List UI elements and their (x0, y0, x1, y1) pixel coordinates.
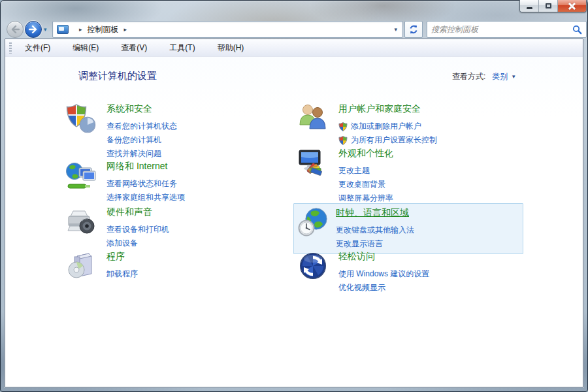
breadcrumb-item[interactable]: 控制面板 (88, 24, 119, 35)
category-title[interactable]: 硬件和声音 (106, 206, 169, 218)
maximize-icon (546, 3, 551, 8)
category-appearance-personalization: 外观和个性化 更改主题 更改桌面背景 调整屏幕分辨率 (297, 147, 393, 205)
history-dropdown-arrow[interactable]: ▾ (44, 26, 47, 33)
search-icon[interactable] (572, 25, 582, 35)
category-title[interactable]: 轻松访问 (338, 251, 429, 263)
uac-shield-icon (338, 136, 348, 145)
menu-tools[interactable]: 工具(T) (163, 40, 201, 56)
category-link[interactable]: 查看网络状态和任务 (106, 177, 185, 191)
minimize-button[interactable] (520, 0, 539, 12)
close-icon (568, 3, 576, 10)
security-shield-icon (65, 103, 97, 134)
chevron-down-icon[interactable]: ▼ (511, 74, 516, 80)
category-link[interactable]: 添加或删除用户帐户 (338, 120, 437, 133)
search-input[interactable] (431, 25, 572, 34)
category-title[interactable]: 网络和 Internet (106, 161, 185, 172)
category-programs: 程序 卸载程序 (65, 250, 138, 282)
category-title[interactable]: 时钟、语言和区域 (336, 207, 414, 219)
view-by-control: 查看方式: 类别 ▼ (452, 71, 516, 82)
window-caption-buttons (519, 0, 587, 12)
category-link[interactable]: 添加设备 (106, 237, 169, 250)
category-hardware-sound: 硬件和声音 查看设备和打印机 添加设备 (65, 206, 169, 250)
view-by-value[interactable]: 类别 (492, 71, 508, 82)
category-system-security: 系统和安全 查看您的计算机状态 备份您的计算机 查找并解决问题 (65, 103, 177, 161)
globe-clock-icon (298, 206, 329, 238)
category-link[interactable]: 查看设备和打印机 (106, 223, 169, 237)
category-link[interactable]: 为所有用户设置家长控制 (338, 133, 437, 147)
view-by-label: 查看方式: (452, 71, 485, 82)
category-clock-language-region[interactable]: 时钟、语言和区域 更改键盘或其他输入法 更改显示语言 (293, 203, 523, 254)
menu-file[interactable]: 文件(F) (18, 40, 57, 56)
category-ease-of-access: 轻松访问 使用 Windows 建议的设置 优化视频显示 (297, 250, 429, 295)
category-link[interactable]: 查找并解决问题 (106, 147, 177, 161)
breadcrumb-arrow-icon[interactable]: ▸ (119, 26, 133, 33)
category-title[interactable]: 用户帐户和家庭安全 (338, 103, 437, 115)
program-box-cd-icon (65, 250, 97, 282)
address-dropdown-arrow[interactable]: ▾ (393, 26, 399, 33)
control-panel-window: ▾ ▸ 控制面板 ▸ ▾ 文件(F) (0, 0, 588, 392)
category-network-internet: 网络和 Internet 查看网络状态和任务 选择家庭组和共享选项 (65, 160, 185, 204)
category-title[interactable]: 程序 (106, 251, 138, 263)
navigation-bar: ▾ ▸ 控制面板 ▸ ▾ (5, 20, 583, 39)
menu-help[interactable]: 帮助(H) (211, 40, 251, 56)
menu-view[interactable]: 查看(V) (114, 40, 154, 56)
maximize-button[interactable] (539, 0, 558, 12)
category-link[interactable]: 备份您的计算机 (106, 133, 177, 147)
category-link[interactable]: 选择家庭组和共享选项 (106, 191, 185, 204)
category-link[interactable]: 更改桌面背景 (338, 178, 393, 191)
control-panel-icon[interactable] (57, 25, 69, 34)
category-link-label: 添加或删除用户帐户 (351, 120, 421, 133)
category-link[interactable]: 更改键盘或其他输入法 (336, 223, 414, 237)
minimize-icon (527, 7, 532, 9)
category-link[interactable]: 使用 Windows 建议的设置 (338, 267, 429, 281)
page-title: 调整计算机的设置 (78, 70, 157, 82)
category-link[interactable]: 查看您的计算机状态 (106, 120, 177, 133)
display-theme-icon (297, 147, 329, 178)
category-user-accounts: 用户帐户和家庭安全 添加或删除 (297, 103, 437, 147)
address-bar[interactable]: ▸ 控制面板 ▸ ▾ (52, 21, 403, 38)
menu-bar: 文件(F) 编辑(E) 查看(V) 工具(T) 帮助(H) (5, 39, 583, 57)
category-link[interactable]: 更改主题 (338, 164, 393, 178)
two-users-icon (297, 103, 329, 134)
breadcrumb-arrow-icon[interactable]: ▸ (74, 26, 88, 33)
category-title[interactable]: 系统和安全 (106, 103, 177, 115)
category-title[interactable]: 外观和个性化 (338, 148, 393, 159)
network-globe-icon (65, 160, 97, 191)
refresh-button[interactable] (404, 21, 423, 38)
menu-edit[interactable]: 编辑(E) (66, 40, 105, 56)
toolbar-grip (9, 42, 12, 54)
back-button[interactable] (7, 21, 24, 38)
close-button[interactable] (558, 0, 586, 12)
search-box (427, 21, 587, 38)
category-link[interactable]: 优化视频显示 (338, 281, 429, 295)
category-link-label: 为所有用户设置家长控制 (351, 133, 437, 147)
printer-speaker-icon (65, 206, 97, 237)
uac-shield-icon (338, 122, 348, 131)
refresh-icon (408, 24, 419, 35)
forward-arrow-icon (29, 25, 38, 33)
category-link[interactable]: 更改显示语言 (336, 237, 414, 251)
category-link[interactable]: 卸载程序 (106, 267, 138, 281)
client-area: 文件(F) 编辑(E) 查看(V) 工具(T) 帮助(H) 调整计算机的设置 查… (5, 39, 583, 387)
control-panel-home: 调整计算机的设置 查看方式: 类别 ▼ (5, 57, 583, 387)
forward-button[interactable] (25, 21, 42, 38)
back-arrow-icon (10, 25, 20, 33)
ease-of-access-icon (297, 250, 329, 282)
